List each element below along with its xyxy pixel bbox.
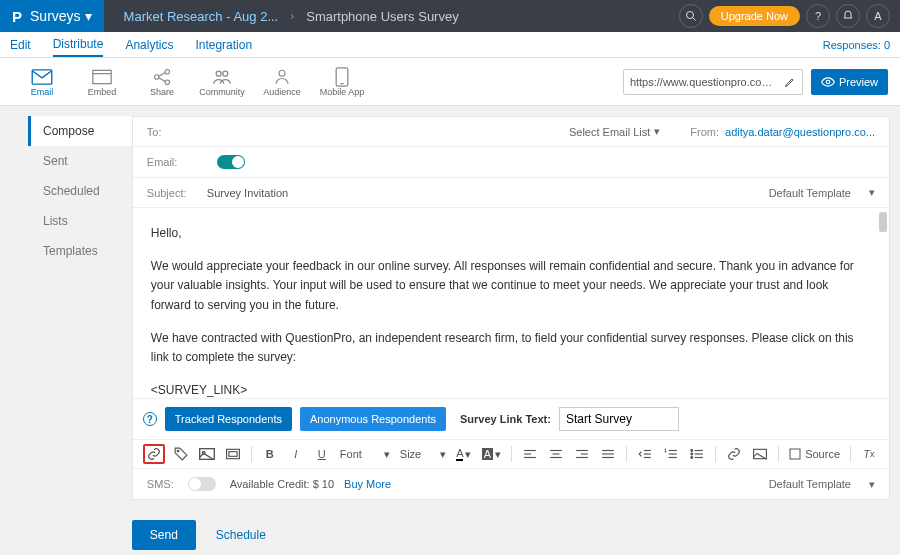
brand-menu[interactable]: P Surveys ▾	[0, 0, 104, 32]
survey-url-box[interactable]: https://www.questionpro.com/t/APNrFZ	[623, 69, 803, 95]
survey-link-text-label: Survey Link Text:	[460, 413, 551, 425]
tag-icon[interactable]	[171, 444, 191, 464]
sidebar-item-compose[interactable]: Compose	[31, 116, 132, 146]
caret-down-icon: ▾	[869, 478, 875, 491]
align-center-icon[interactable]	[546, 444, 566, 464]
mobile-icon	[335, 67, 349, 87]
sidebar-item-scheduled[interactable]: Scheduled	[28, 176, 132, 206]
sms-template-select[interactable]: Default Template ▾	[769, 478, 875, 491]
tracked-respondents-button[interactable]: Tracked Respondents	[165, 407, 292, 431]
from-value[interactable]: aditya.datar@questionpro.co...	[725, 126, 875, 138]
share-icon	[153, 67, 171, 87]
svg-point-7	[165, 80, 170, 85]
link-icon[interactable]	[143, 444, 165, 464]
survey-link-text-input[interactable]	[559, 407, 679, 431]
caret-down-icon: ▾	[869, 186, 875, 199]
buy-more-link[interactable]: Buy More	[344, 478, 391, 490]
search-icon[interactable]	[679, 4, 703, 28]
upgrade-button[interactable]: Upgrade Now	[709, 6, 800, 26]
svg-point-12	[279, 70, 285, 76]
svg-rect-47	[790, 449, 800, 459]
avatar[interactable]: A	[866, 4, 890, 28]
bold-icon[interactable]: B	[260, 444, 280, 464]
subject-value[interactable]: Survey Invitation	[207, 187, 288, 199]
tab-edit[interactable]: Edit	[10, 34, 31, 56]
image-icon[interactable]	[197, 444, 217, 464]
select-email-list[interactable]: Select Email List ▾	[569, 125, 660, 138]
hyperlink-icon[interactable]	[724, 444, 744, 464]
svg-point-43	[691, 450, 693, 452]
email-body-editor[interactable]: Hello, We would appreciate your feedback…	[133, 208, 889, 398]
svg-point-15	[826, 80, 830, 84]
tab-analytics[interactable]: Analytics	[125, 34, 173, 56]
sidebar-item-templates[interactable]: Templates	[28, 236, 132, 266]
community-icon	[212, 67, 232, 87]
embed-icon	[92, 67, 112, 87]
help-icon[interactable]: ?	[806, 4, 830, 28]
rich-text-toolbar: B I U Font▾ Size▾ A▾ A▾ 1	[133, 439, 889, 468]
svg-line-8	[159, 72, 165, 76]
embed-icon[interactable]	[223, 444, 243, 464]
survey-url: https://www.questionpro.com/t/APNrFZ	[630, 76, 780, 88]
sidebar-item-sent[interactable]: Sent	[28, 146, 132, 176]
breadcrumb-survey[interactable]: Smartphone Users Survey	[306, 9, 458, 24]
bg-color-icon[interactable]: A▾	[480, 444, 503, 464]
svg-point-0	[686, 12, 693, 19]
svg-rect-2	[32, 69, 52, 83]
tab-distribute[interactable]: Distribute	[53, 33, 104, 57]
align-left-icon[interactable]	[520, 444, 540, 464]
breadcrumb-project[interactable]: Market Research - Aug 2...	[124, 9, 279, 24]
preview-button[interactable]: Preview	[811, 69, 888, 95]
bell-icon[interactable]	[836, 4, 860, 28]
text-color-icon[interactable]: A▾	[454, 444, 474, 464]
eye-icon	[821, 77, 835, 87]
svg-point-5	[155, 74, 160, 79]
font-select[interactable]: Font▾	[338, 444, 392, 464]
underline-icon[interactable]: U	[312, 444, 332, 464]
email-toggle[interactable]	[217, 155, 245, 169]
svg-point-10	[216, 71, 221, 76]
clear-format-icon[interactable]: Tx	[859, 444, 879, 464]
channel-audience[interactable]: Audience	[252, 67, 312, 97]
help-icon[interactable]: ?	[143, 412, 157, 426]
svg-point-16	[177, 450, 179, 452]
svg-line-1	[692, 18, 695, 21]
svg-rect-17	[199, 449, 214, 460]
tab-integration[interactable]: Integration	[195, 34, 252, 56]
sidebar-item-lists[interactable]: Lists	[28, 206, 132, 236]
align-right-icon[interactable]	[572, 444, 592, 464]
scrollbar[interactable]	[879, 212, 887, 232]
svg-rect-46	[754, 449, 767, 458]
svg-text:1: 1	[665, 449, 667, 453]
edit-icon[interactable]	[784, 76, 796, 88]
unordered-list-icon[interactable]	[687, 444, 707, 464]
svg-line-9	[159, 77, 165, 81]
insert-image-icon[interactable]	[750, 444, 770, 464]
svg-rect-3	[93, 70, 111, 83]
channel-embed[interactable]: Embed	[72, 67, 132, 97]
responses-count[interactable]: Responses: 0	[823, 39, 890, 51]
channel-email[interactable]: Email	[12, 67, 72, 97]
channel-community[interactable]: Community	[192, 67, 252, 97]
svg-point-45	[691, 457, 693, 459]
brand-label: Surveys	[30, 8, 81, 24]
template-select[interactable]: Default Template ▾	[769, 186, 875, 199]
channel-mobile[interactable]: Mobile App	[312, 67, 372, 97]
align-justify-icon[interactable]	[598, 444, 618, 464]
outdent-icon[interactable]	[635, 444, 655, 464]
email-icon	[31, 67, 53, 87]
channel-share[interactable]: Share	[132, 67, 192, 97]
schedule-link[interactable]: Schedule	[216, 528, 266, 542]
caret-down-icon: ▾	[85, 8, 92, 24]
source-button[interactable]: Source	[787, 444, 842, 464]
svg-point-44	[691, 453, 693, 455]
chevron-right-icon: ›	[290, 9, 294, 23]
size-select[interactable]: Size▾	[398, 444, 448, 464]
caret-down-icon: ▾	[654, 125, 660, 138]
brand-letter: P	[12, 8, 22, 25]
anonymous-respondents-button[interactable]: Anonymous Respondents	[300, 407, 446, 431]
ordered-list-icon[interactable]: 1	[661, 444, 681, 464]
sms-toggle[interactable]	[188, 477, 216, 491]
italic-icon[interactable]: I	[286, 444, 306, 464]
send-button[interactable]: Send	[132, 520, 196, 550]
